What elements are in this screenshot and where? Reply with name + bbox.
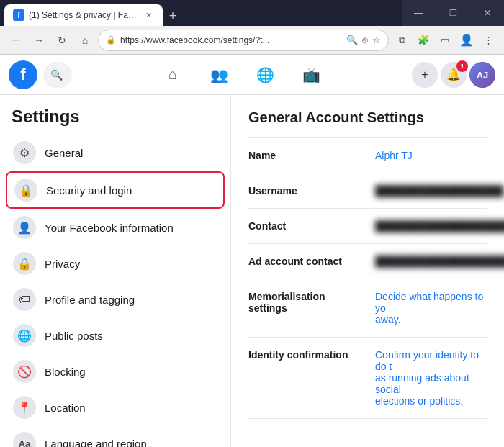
sidebar-item-blocking[interactable]: 🚫 Blocking: [6, 354, 225, 389]
sidebar-toggle-icon[interactable]: ▭: [435, 30, 455, 50]
facebook-header: f 🔍 ⌂ 👥 🌐 📺 + 🔔 1 AJ: [0, 55, 504, 95]
sidebar-item-public-posts[interactable]: 🌐 Public posts: [6, 318, 225, 353]
sidebar-label-fb-info: Your Facebook information: [45, 222, 174, 234]
sidebar-item-profile-tagging[interactable]: 🏷 Profile and tagging: [6, 282, 225, 317]
star-icon: ☆: [372, 35, 381, 45]
sidebar-label-location: Location: [45, 402, 86, 414]
forward-button[interactable]: →: [29, 30, 49, 50]
content-title: General Account Settings: [248, 109, 487, 126]
sidebar-title: Settings: [6, 107, 225, 135]
refresh-button[interactable]: ↻: [52, 30, 72, 50]
settings-row-memorial: Memorialisation settings Decide what hap…: [248, 279, 487, 338]
navigation-bar: ← → ↻ ⌂ 🔒 https://www.facebook.com/setti…: [0, 26, 504, 55]
sidebar-item-general[interactable]: ⚙ General: [6, 135, 225, 170]
profile-tagging-icon: 🏷: [13, 288, 36, 311]
fb-nav-groups[interactable]: 🌐: [248, 58, 282, 92]
sidebar-label-general: General: [45, 147, 83, 159]
settings-row-username: Username ██████████████████: [248, 173, 487, 209]
extensions-icon[interactable]: ⧉: [392, 30, 412, 50]
settings-value-username: ██████████████████: [375, 185, 504, 197]
settings-label-memorial: Memorialisation settings: [248, 291, 364, 314]
lock-icon: 🔒: [106, 35, 116, 45]
settings-label-contact: Contact: [248, 220, 364, 232]
blocking-icon: 🚫: [13, 360, 36, 383]
fb-create-button[interactable]: +: [412, 62, 438, 88]
sidebar-label-blocking: Blocking: [45, 366, 86, 378]
settings-value-memorial[interactable]: Decide what happens to yoaway.: [375, 291, 487, 325]
location-icon: 📍: [13, 396, 36, 419]
sidebar-label-language: Language and region: [45, 438, 147, 448]
share-icon: ⎋: [362, 35, 368, 45]
sidebar-label-public-posts: Public posts: [45, 330, 103, 342]
sidebar-item-privacy[interactable]: 🔒 Privacy: [6, 246, 225, 281]
fb-nav-home[interactable]: ⌂: [156, 58, 190, 92]
sidebar-label-privacy: Privacy: [45, 258, 80, 270]
settings-label-ad-contact: Ad account contact: [248, 256, 364, 267]
settings-value-identity[interactable]: Confirm your identity to do tas running …: [375, 349, 487, 407]
security-icon: 🔒: [14, 179, 37, 202]
new-tab-button[interactable]: +: [163, 6, 183, 26]
sidebar-item-language[interactable]: Aa Language and region: [6, 426, 225, 447]
facebook-logo: f: [9, 60, 37, 89]
fb-search-icon: 🔍: [50, 69, 63, 81]
sidebar-item-security[interactable]: 🔒 Security and login: [6, 171, 225, 209]
settings-value-contact: ████████████████████: [375, 220, 504, 232]
sidebar-item-location[interactable]: 📍 Location: [6, 390, 225, 425]
puzzle-icon[interactable]: 🧩: [413, 30, 433, 50]
privacy-icon: 🔒: [13, 252, 36, 275]
back-button[interactable]: ←: [6, 30, 26, 50]
settings-row-contact: Contact ████████████████████: [248, 209, 487, 244]
main-layout: Settings ⚙ General 🔒 Security and login …: [0, 95, 504, 447]
home-button[interactable]: ⌂: [75, 30, 95, 50]
tab-favicon: f: [13, 9, 24, 21]
settings-row-name: Name Alphr TJ: [248, 138, 487, 173]
fb-action-buttons: + 🔔 1 AJ: [412, 62, 495, 88]
minimize-button[interactable]: —: [402, 0, 435, 26]
address-text: https://www.facebook.com/settings/?t...: [120, 35, 342, 45]
tab-close-button[interactable]: ✕: [143, 9, 154, 21]
sidebar-label-security: Security and login: [46, 184, 132, 197]
settings-label-username: Username: [248, 185, 364, 197]
fb-account-menu[interactable]: AJ: [469, 62, 495, 88]
facebook-search-bar[interactable]: 🔍: [43, 62, 72, 88]
fb-nav-friends[interactable]: 👥: [202, 58, 236, 92]
address-bar[interactable]: 🔒 https://www.facebook.com/settings/?t..…: [98, 30, 389, 51]
settings-row-ad-contact: Ad account contact █████████████████████…: [248, 244, 487, 279]
fb-info-icon: 👤: [13, 216, 36, 239]
fb-nav-watch[interactable]: 📺: [294, 58, 328, 92]
svg-text:AJ: AJ: [477, 70, 489, 81]
public-posts-icon: 🌐: [13, 324, 36, 347]
tab-label: (1) Settings & privacy | Facebook: [29, 10, 138, 20]
settings-sidebar: Settings ⚙ General 🔒 Security and login …: [0, 95, 230, 447]
browser-tab[interactable]: f (1) Settings & privacy | Facebook ✕: [4, 4, 163, 26]
general-icon: ⚙: [13, 141, 36, 164]
settings-value-ad-contact: ██████████████████████: [375, 256, 504, 267]
settings-label-identity: Identity confirmation: [248, 349, 364, 361]
profile-nav-icon[interactable]: 👤: [456, 30, 477, 50]
more-nav-icon[interactable]: ⋮: [478, 30, 498, 50]
settings-value-name: Alphr TJ: [375, 150, 487, 161]
content-area: General Account Settings Name Alphr TJ U…: [230, 95, 504, 447]
sidebar-label-profile-tagging: Profile and tagging: [45, 294, 135, 306]
language-icon: Aa: [13, 432, 36, 447]
fb-notifications-button[interactable]: 🔔 1: [441, 62, 467, 88]
settings-row-identity: Identity confirmation Confirm your ident…: [248, 338, 487, 419]
facebook-nav-center: ⌂ 👥 🌐 📺: [78, 58, 406, 92]
close-button[interactable]: ✕: [471, 0, 504, 26]
settings-label-name: Name: [248, 150, 364, 161]
maximize-button[interactable]: ❐: [436, 0, 469, 26]
search-nav-icon: 🔍: [346, 35, 358, 45]
notification-badge: 1: [456, 60, 468, 72]
sidebar-item-fb-info[interactable]: 👤 Your Facebook information: [6, 210, 225, 245]
